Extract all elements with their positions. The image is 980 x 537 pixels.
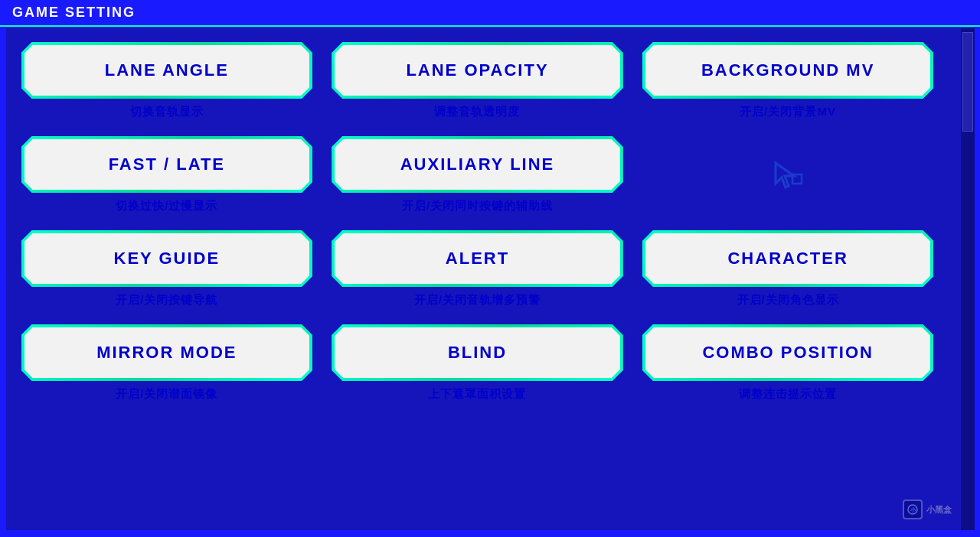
mirror-mode-sublabel: 开启/关闭谱面镜像	[116, 387, 217, 402]
blind-sublabel: 上下遮罩面积设置	[428, 387, 526, 402]
alert-button[interactable]: ALERT	[332, 230, 623, 287]
svg-text:小: 小	[909, 506, 916, 513]
character-button[interactable]: CHARACTER	[642, 230, 934, 287]
watermark-icon: 小	[903, 500, 923, 519]
grid-cell-empty-1	[642, 136, 934, 213]
watermark-logo-icon: 小	[906, 503, 919, 516]
grid-cell-key-guide: KEY GUIDE 开启/关闭按键导航	[21, 230, 313, 308]
mirror-mode-button[interactable]: MIRROR MODE	[21, 324, 313, 381]
background-mv-button[interactable]: BACKGROUND MV	[642, 42, 934, 99]
grid-cell-lane-angle: LANE ANGLE 切换音轨显示	[21, 42, 313, 119]
combo-position-button[interactable]: COMBO POSITION	[642, 324, 934, 381]
lane-opacity-button[interactable]: LANE OPACITY	[332, 42, 623, 99]
grid-cell-alert: ALERT 开启/关闭音轨增多预警	[332, 230, 623, 308]
auxiliary-line-button[interactable]: AUXILIARY LINE	[332, 136, 623, 193]
cursor-icon	[772, 159, 804, 191]
fast-late-button[interactable]: FAST / LATE	[21, 136, 313, 193]
fast-late-sublabel: 切换过快/过慢显示	[116, 199, 217, 213]
blind-button[interactable]: BLIND	[332, 324, 623, 381]
grid-cell-blind: BLIND 上下遮罩面积设置	[332, 324, 623, 402]
grid-cell-character: CHARACTER 开启/关闭角色显示	[642, 230, 934, 308]
lane-angle-sublabel: 切换音轨显示	[130, 105, 204, 119]
watermark: 小 小黑盒	[903, 500, 952, 519]
scrollbar-thumb[interactable]	[962, 32, 973, 132]
grid-cell-mirror-mode: MIRROR MODE 开启/关闭谱面镜像	[21, 324, 313, 402]
combo-position-sublabel: 调整连击提示位置	[739, 387, 837, 402]
lane-angle-button[interactable]: LANE ANGLE	[21, 42, 313, 99]
grid-cell-lane-opacity: LANE OPACITY 调整音轨透明度	[332, 42, 623, 119]
svg-marker-0	[776, 163, 794, 187]
grid-cell-auxiliary-line: AUXILIARY LINE 开启/关闭同时按键的辅助线	[332, 136, 623, 213]
grid-cell-fast-late: FAST / LATE 切换过快/过慢显示	[21, 136, 313, 213]
key-guide-sublabel: 开启/关闭按键导航	[116, 293, 217, 308]
title-bar: GAME SETTING	[0, 0, 980, 27]
grid-cell-combo-position: COMBO POSITION 调整连击提示位置	[642, 324, 934, 402]
background-mv-sublabel: 开启/关闭背景MV	[740, 105, 836, 119]
grid-cell-background-mv: BACKGROUND MV 开启/关闭背景MV	[642, 42, 934, 119]
key-guide-button[interactable]: KEY GUIDE	[21, 230, 313, 287]
auxiliary-line-sublabel: 开启/关闭同时按键的辅助线	[402, 199, 553, 213]
scrollbar-track[interactable]	[961, 28, 975, 530]
lane-opacity-sublabel: 调整音轨透明度	[434, 105, 520, 119]
page-title: GAME SETTING	[12, 5, 136, 20]
character-sublabel: 开启/关闭角色显示	[737, 293, 839, 308]
watermark-text: 小黑盒	[926, 504, 952, 516]
settings-grid: LANE ANGLE 切换音轨显示 LANE OPACITY 调整音轨透明度 B…	[6, 28, 961, 423]
alert-sublabel: 开启/关闭音轨增多预警	[414, 293, 541, 308]
